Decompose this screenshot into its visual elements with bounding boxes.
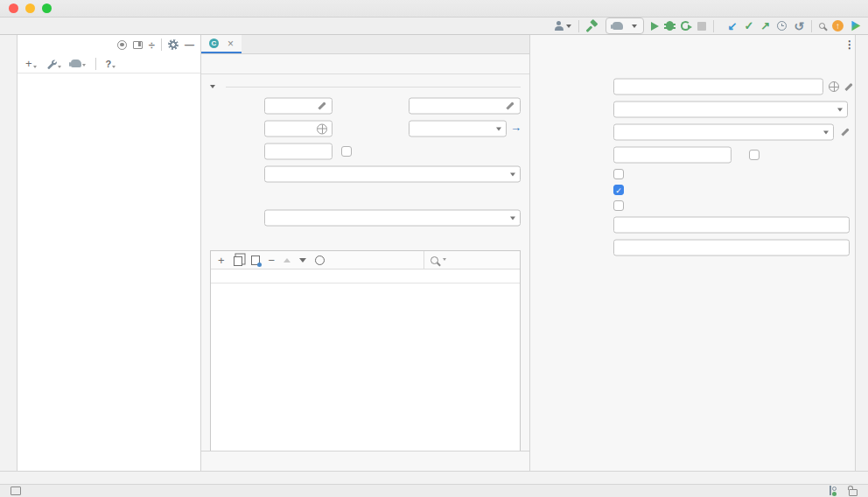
pencil-icon[interactable] bbox=[318, 102, 327, 111]
search-icon bbox=[430, 256, 438, 264]
go-to-instance-name-button[interactable] bbox=[510, 121, 522, 134]
close-window-button[interactable] bbox=[9, 4, 18, 13]
run-configuration-select[interactable] bbox=[606, 18, 644, 34]
attributes-search-input[interactable] bbox=[424, 251, 520, 269]
form-row-entity-instance bbox=[210, 117, 521, 140]
person-icon bbox=[554, 21, 564, 31]
form-row-package-class bbox=[210, 94, 521, 117]
chevron-down-icon bbox=[566, 24, 571, 28]
locate-icon[interactable] bbox=[117, 40, 127, 50]
name-field[interactable] bbox=[613, 79, 823, 95]
move-down-button[interactable] bbox=[299, 258, 306, 262]
question-icon bbox=[106, 59, 112, 69]
update-notification-icon[interactable] bbox=[832, 20, 844, 32]
help-button[interactable] bbox=[106, 59, 116, 69]
pencil-icon[interactable] bbox=[506, 102, 515, 111]
editor-bottom-tabs bbox=[201, 451, 529, 471]
table-field[interactable] bbox=[264, 144, 332, 160]
zoom-window-button[interactable] bbox=[42, 4, 52, 13]
length-field[interactable] bbox=[613, 147, 732, 164]
duplicate-attribute-button[interactable] bbox=[251, 256, 260, 265]
instance-name-select[interactable] bbox=[409, 121, 507, 137]
add-attribute-button[interactable] bbox=[218, 256, 225, 265]
type-field-icons bbox=[841, 128, 850, 137]
hide-tool-window-icon[interactable] bbox=[185, 39, 194, 50]
toggle-inherited-button[interactable] bbox=[315, 256, 325, 265]
column-definition-field[interactable] bbox=[613, 240, 850, 256]
entity-name-field[interactable] bbox=[264, 121, 332, 137]
arrow-down-icon bbox=[299, 258, 306, 262]
main-toolbar bbox=[554, 18, 861, 34]
toolbar-divider bbox=[161, 38, 162, 51]
history-button[interactable] bbox=[777, 21, 787, 31]
run-with-coverage-button[interactable] bbox=[681, 21, 690, 31]
class-field[interactable] bbox=[409, 98, 521, 115]
remove-attribute-button[interactable] bbox=[269, 254, 276, 267]
new-item-button[interactable] bbox=[25, 59, 37, 69]
gradle-icon bbox=[71, 60, 81, 67]
git-branch-widget[interactable] bbox=[830, 486, 836, 496]
title-bar bbox=[0, 0, 868, 18]
plus-icon bbox=[25, 59, 32, 69]
lock-icon[interactable] bbox=[849, 489, 858, 496]
build-project-button[interactable] bbox=[586, 20, 598, 32]
profile-button[interactable] bbox=[554, 21, 571, 31]
minimize-window-button[interactable] bbox=[25, 4, 35, 13]
gear-icon[interactable] bbox=[168, 39, 178, 50]
inheritance-select[interactable] bbox=[264, 210, 521, 227]
event-log-icon[interactable] bbox=[10, 486, 21, 495]
detail-row-type bbox=[530, 121, 855, 144]
db-view-checkbox[interactable] bbox=[341, 146, 352, 157]
branch-icon bbox=[830, 486, 836, 495]
unlimited-checkbox[interactable] bbox=[749, 150, 760, 160]
attribute-type-select[interactable] bbox=[613, 102, 848, 118]
close-icon[interactable] bbox=[228, 38, 234, 50]
git-update-button[interactable] bbox=[728, 19, 738, 32]
detail-row-transient bbox=[530, 198, 855, 214]
transient-checkbox[interactable] bbox=[613, 200, 624, 211]
editor-options-icon[interactable] bbox=[844, 38, 855, 51]
debug-button[interactable] bbox=[666, 21, 674, 31]
git-push-button[interactable] bbox=[760, 19, 770, 32]
git-commit-button[interactable] bbox=[744, 19, 753, 32]
settings-tools-button[interactable] bbox=[46, 59, 61, 69]
status-bar bbox=[0, 484, 868, 497]
project-tree bbox=[18, 74, 200, 471]
pencil-icon[interactable] bbox=[841, 128, 850, 137]
tab-user-java[interactable] bbox=[201, 35, 242, 53]
chevron-down-icon bbox=[823, 130, 829, 134]
left-tool-stripe bbox=[0, 35, 18, 471]
chevron-down-icon bbox=[210, 85, 215, 88]
read-only-checkbox[interactable] bbox=[613, 169, 624, 179]
detail-row-name bbox=[530, 75, 855, 98]
toolbar-divider bbox=[713, 20, 714, 32]
bottom-tool-window-bar bbox=[0, 471, 868, 484]
class-icon bbox=[209, 38, 219, 48]
collapse-all-icon[interactable] bbox=[149, 38, 155, 52]
designer-body bbox=[201, 74, 529, 451]
rollback-button[interactable] bbox=[794, 19, 804, 33]
editor-tab-bar bbox=[201, 35, 529, 54]
wrench-icon bbox=[46, 59, 57, 69]
name-field-icons bbox=[829, 81, 854, 92]
parent-select[interactable] bbox=[264, 166, 521, 183]
hide-properties-toggle[interactable] bbox=[210, 79, 521, 94]
gradle-actions-button[interactable] bbox=[71, 60, 86, 67]
search-everywhere-button[interactable] bbox=[819, 23, 825, 29]
run-button[interactable] bbox=[651, 22, 659, 31]
toolbar-divider bbox=[95, 58, 96, 70]
ide-services-icon[interactable] bbox=[850, 21, 861, 32]
attributes-section-title bbox=[210, 233, 521, 250]
column-field[interactable] bbox=[613, 217, 850, 234]
attributes-table bbox=[210, 250, 521, 451]
chevron-down-icon bbox=[510, 172, 515, 176]
package-field[interactable] bbox=[264, 98, 332, 115]
chevron-down-icon bbox=[510, 216, 515, 220]
pencil-icon[interactable] bbox=[844, 82, 854, 92]
expand-icon[interactable] bbox=[133, 41, 143, 49]
type-select[interactable] bbox=[613, 124, 834, 141]
designer-toolbar bbox=[201, 54, 529, 74]
globe-icon bbox=[829, 81, 839, 92]
mandatory-checkbox[interactable] bbox=[613, 185, 624, 195]
copy-attribute-button[interactable] bbox=[234, 255, 242, 266]
